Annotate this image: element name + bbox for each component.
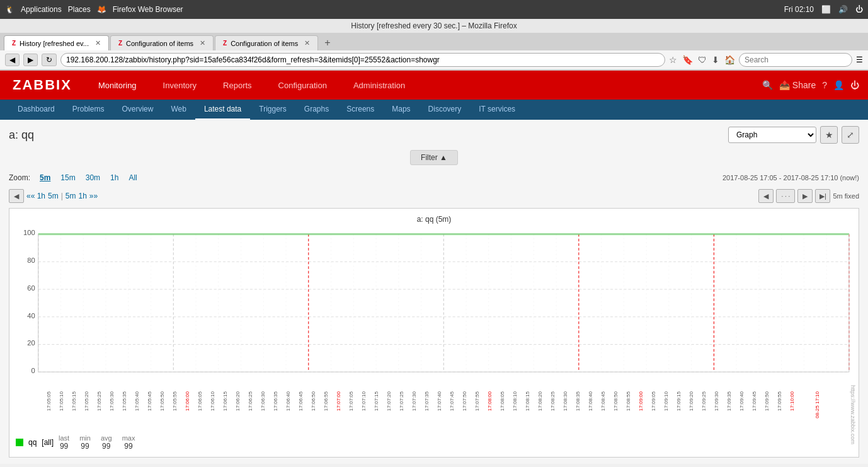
power-off-icon[interactable]: ⏻ — [850, 80, 859, 90]
search-icon[interactable]: 🔍 — [762, 80, 773, 90]
user-icon[interactable]: 👤 — [833, 80, 844, 90]
tab-icon-1: Z — [12, 40, 16, 47]
bookmark-list-icon[interactable]: 🔖 — [682, 55, 693, 65]
nav-monitoring[interactable]: Monitoring — [94, 78, 140, 93]
filter-toggle[interactable]: Filter ▲ — [410, 150, 458, 165]
page-header-row: a: qq Graph Values 500 latest values ★ ⤢ — [9, 126, 859, 144]
tab-label-1: History [refreshed ev... — [20, 40, 89, 47]
svg-text:17:08:00: 17:08:00 — [487, 391, 493, 411]
svg-text:17:06:15: 17:06:15 — [222, 391, 228, 411]
subnav-screens[interactable]: Screens — [338, 100, 383, 120]
subnav-triggers[interactable]: Triggers — [250, 100, 295, 120]
svg-text:17:09:05: 17:09:05 — [651, 391, 656, 411]
tab-label-2: Configuration of items — [126, 40, 193, 47]
bookmark-star-icon[interactable]: ☆ — [669, 55, 677, 65]
tab-close-1[interactable]: ✕ — [95, 39, 101, 47]
back-button[interactable]: ◀ — [5, 54, 20, 66]
prev-button[interactable]: ◀ — [9, 189, 24, 203]
star-button[interactable]: ★ — [820, 126, 838, 144]
reload-button[interactable]: ↻ — [42, 54, 57, 66]
applications-menu[interactable]: Applications — [21, 5, 62, 14]
nav-left: ◀ «« 1h 5m | 5m 1h »» — [9, 189, 98, 203]
svg-text:17:07:45: 17:07:45 — [449, 391, 455, 411]
os-bar-right: Fri 02:10 ⬜ 🔊 ⏻ — [784, 5, 863, 14]
zoom-row: Zoom: 5m 15m 30m 1h All 2017-08-25 17:05… — [9, 170, 859, 185]
period-fwd-1h[interactable]: 1h — [79, 192, 87, 200]
forward-button[interactable]: ▶ — [23, 54, 38, 66]
subnav-problems[interactable]: Problems — [64, 100, 113, 120]
nav-dots-btn[interactable]: · · · — [776, 189, 795, 203]
home-icon[interactable]: 🏠 — [724, 55, 735, 65]
zoom-30m[interactable]: 30m — [83, 173, 103, 183]
svg-text:17:06:05: 17:06:05 — [197, 391, 203, 411]
legend-color-qq — [16, 439, 23, 446]
svg-text:20: 20 — [27, 339, 35, 347]
period-back-far[interactable]: «« 1h — [26, 192, 45, 200]
nav-configuration[interactable]: Configuration — [275, 78, 331, 93]
nav-administration[interactable]: Administration — [350, 78, 409, 93]
subnav-maps[interactable]: Maps — [383, 100, 419, 120]
share-icon[interactable]: 📤 Share — [779, 80, 816, 90]
nav-controls: ◀ «« 1h 5m | 5m 1h »» ◀ · · · ▶ ▶| 5m fi… — [9, 189, 859, 203]
zabbix-header: ZABBIX Monitoring Inventory Reports Conf… — [0, 71, 868, 100]
nav-next-btn[interactable]: ▶ — [797, 189, 813, 203]
window-icon[interactable]: ⬜ — [821, 5, 831, 14]
zoom-1h[interactable]: 1h — [107, 173, 122, 183]
browser-tab-1[interactable]: Z History [refreshed ev... ✕ — [4, 35, 109, 50]
zabbix-watermark: https://www.zabbix.com — [850, 385, 856, 444]
zoom-all[interactable]: All — [125, 173, 140, 183]
subnav-overview[interactable]: Overview — [113, 100, 162, 120]
os-app-icon: 🐧 — [5, 5, 14, 14]
zoom-5m[interactable]: 5m — [37, 173, 54, 183]
help-icon[interactable]: ? — [822, 80, 827, 90]
legend-stat-last: last 99 — [59, 434, 69, 451]
svg-text:17:05:40: 17:05:40 — [134, 391, 140, 411]
subnav-web[interactable]: Web — [162, 100, 195, 120]
svg-text:17:07:20: 17:07:20 — [386, 391, 392, 411]
subnav-discovery[interactable]: Discovery — [420, 100, 471, 120]
x-axis-labels: 08-25 17:05 17:05:05 17:05:10 17:05:15 1… — [38, 385, 852, 429]
url-bar[interactable] — [60, 53, 665, 67]
nav-reports[interactable]: Reports — [219, 78, 256, 93]
places-menu[interactable]: Places — [68, 5, 91, 14]
legend-name: qq — [28, 438, 37, 447]
tab-close-3[interactable]: ✕ — [304, 39, 310, 47]
svg-text:0: 0 — [31, 367, 35, 374]
svg-text:17:06:25: 17:06:25 — [248, 391, 253, 411]
legend-all-label: [all] — [42, 438, 54, 447]
nav-last-btn[interactable]: ▶| — [815, 189, 830, 203]
chart-area: a: qq (5m) 100 80 60 40 20 0 — [9, 208, 859, 458]
search-input[interactable] — [739, 53, 852, 67]
svg-text:17:05:50: 17:05:50 — [159, 391, 165, 411]
expand-button[interactable]: ⤢ — [842, 126, 859, 144]
x-axis-svg: 08-25 17:05 17:05:05 17:05:10 17:05:15 1… — [38, 385, 852, 429]
browser-tab-3[interactable]: Z Configuration of items ✕ — [215, 35, 318, 50]
tab-close-2[interactable]: ✕ — [200, 39, 205, 47]
nav-prev-btn[interactable]: ◀ — [758, 189, 774, 203]
svg-text:17:08:55: 17:08:55 — [625, 391, 631, 411]
svg-text:17:07:50: 17:07:50 — [462, 391, 467, 411]
svg-text:17:08:10: 17:08:10 — [512, 391, 518, 411]
nav-inventory[interactable]: Inventory — [159, 78, 200, 93]
subnav-it-services[interactable]: IT services — [470, 100, 524, 120]
subnav-dashboard[interactable]: Dashboard — [9, 100, 64, 120]
fixed-label: 5m fixed — [833, 192, 859, 200]
subnav-graphs[interactable]: Graphs — [295, 100, 338, 120]
zoom-15m[interactable]: 15m — [57, 173, 78, 183]
volume-icon[interactable]: 🔊 — [838, 5, 848, 14]
menu-icon[interactable]: ☰ — [856, 55, 863, 64]
period-fwd-far[interactable]: »» — [89, 192, 98, 200]
period-back-5m[interactable]: 5m — [48, 192, 59, 200]
download-icon[interactable]: ⬇ — [712, 55, 719, 65]
svg-text:17:09:30: 17:09:30 — [714, 391, 719, 411]
subnav-latest-data[interactable]: Latest data — [195, 100, 250, 120]
new-tab-button[interactable]: + — [319, 36, 335, 50]
browser-tab-2[interactable]: Z Configuration of items ✕ — [110, 35, 214, 50]
shield-icon[interactable]: 🛡 — [698, 55, 707, 65]
svg-text:17:06:35: 17:06:35 — [273, 391, 278, 411]
period-fwd-5m[interactable]: 5m — [66, 192, 76, 200]
nav-icons: ☆ 🔖 🛡 ⬇ 🏠 — [669, 55, 735, 65]
sub-nav: Dashboard Problems Overview Web Latest d… — [0, 100, 868, 120]
power-icon[interactable]: ⏻ — [855, 5, 863, 14]
view-dropdown[interactable]: Graph Values 500 latest values — [728, 127, 816, 143]
